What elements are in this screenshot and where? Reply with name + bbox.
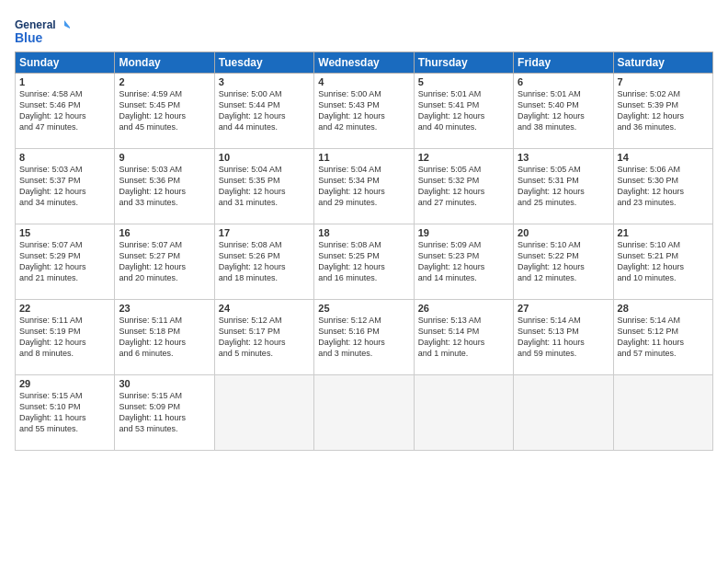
calendar-day-15: 15Sunrise: 5:07 AMSunset: 5:29 PMDayligh… — [16, 224, 115, 300]
calendar-day-6: 6Sunrise: 5:01 AMSunset: 5:40 PMDaylight… — [514, 74, 613, 149]
calendar-week-2: 8Sunrise: 5:03 AMSunset: 5:37 PMDaylight… — [16, 149, 713, 224]
calendar-day-11: 11Sunrise: 5:04 AMSunset: 5:34 PMDayligh… — [314, 149, 414, 224]
calendar-empty — [414, 375, 513, 451]
calendar-empty — [613, 375, 712, 451]
calendar-day-29: 29Sunrise: 5:15 AMSunset: 5:10 PMDayligh… — [16, 375, 115, 451]
calendar-day-2: 2Sunrise: 4:59 AMSunset: 5:45 PMDaylight… — [115, 74, 214, 149]
header: General Blue — [15, 11, 713, 48]
calendar-header-row: SundayMondayTuesdayWednesdayThursdayFrid… — [16, 52, 713, 74]
calendar-day-8: 8Sunrise: 5:03 AMSunset: 5:37 PMDaylight… — [16, 149, 115, 224]
calendar-day-5: 5Sunrise: 5:01 AMSunset: 5:41 PMDaylight… — [414, 74, 513, 149]
calendar-day-12: 12Sunrise: 5:05 AMSunset: 5:32 PMDayligh… — [414, 149, 513, 224]
calendar-week-1: 1Sunrise: 4:58 AMSunset: 5:46 PMDaylight… — [16, 74, 713, 149]
col-header-monday: Monday — [115, 52, 214, 74]
col-header-tuesday: Tuesday — [214, 52, 313, 74]
calendar-table: SundayMondayTuesdayWednesdayThursdayFrid… — [15, 52, 713, 451]
calendar-week-5: 29Sunrise: 5:15 AMSunset: 5:10 PMDayligh… — [16, 375, 713, 451]
page: General Blue SundayMondayTuesdayWednesda… — [0, 0, 728, 563]
calendar-day-9: 9Sunrise: 5:03 AMSunset: 5:36 PMDaylight… — [115, 149, 214, 224]
col-header-sunday: Sunday — [16, 52, 115, 74]
svg-text:Blue: Blue — [15, 30, 43, 45]
calendar-day-28: 28Sunrise: 5:14 AMSunset: 5:12 PMDayligh… — [613, 300, 712, 375]
col-header-saturday: Saturday — [613, 52, 712, 74]
calendar-day-16: 16Sunrise: 5:07 AMSunset: 5:27 PMDayligh… — [115, 224, 214, 300]
logo: General Blue — [15, 15, 70, 48]
calendar-day-14: 14Sunrise: 5:06 AMSunset: 5:30 PMDayligh… — [613, 149, 712, 224]
col-header-friday: Friday — [514, 52, 613, 74]
calendar-day-4: 4Sunrise: 5:00 AMSunset: 5:43 PMDaylight… — [314, 74, 414, 149]
calendar-empty — [514, 375, 613, 451]
calendar-day-3: 3Sunrise: 5:00 AMSunset: 5:44 PMDaylight… — [214, 74, 313, 149]
calendar-day-24: 24Sunrise: 5:12 AMSunset: 5:17 PMDayligh… — [214, 300, 313, 375]
calendar-day-26: 26Sunrise: 5:13 AMSunset: 5:14 PMDayligh… — [414, 300, 513, 375]
calendar-day-17: 17Sunrise: 5:08 AMSunset: 5:26 PMDayligh… — [214, 224, 313, 300]
calendar-day-23: 23Sunrise: 5:11 AMSunset: 5:18 PMDayligh… — [115, 300, 214, 375]
svg-marker-2 — [64, 20, 70, 29]
calendar-week-4: 22Sunrise: 5:11 AMSunset: 5:19 PMDayligh… — [16, 300, 713, 375]
logo-svg: General Blue — [15, 15, 70, 48]
calendar-day-20: 20Sunrise: 5:10 AMSunset: 5:22 PMDayligh… — [514, 224, 613, 300]
calendar-empty — [314, 375, 414, 451]
col-header-wednesday: Wednesday — [314, 52, 414, 74]
calendar-day-7: 7Sunrise: 5:02 AMSunset: 5:39 PMDaylight… — [613, 74, 712, 149]
calendar-empty — [214, 375, 313, 451]
calendar-day-19: 19Sunrise: 5:09 AMSunset: 5:23 PMDayligh… — [414, 224, 513, 300]
calendar-body: 1Sunrise: 4:58 AMSunset: 5:46 PMDaylight… — [16, 74, 713, 451]
calendar-day-22: 22Sunrise: 5:11 AMSunset: 5:19 PMDayligh… — [16, 300, 115, 375]
calendar-day-21: 21Sunrise: 5:10 AMSunset: 5:21 PMDayligh… — [613, 224, 712, 300]
col-header-thursday: Thursday — [414, 52, 513, 74]
calendar-day-10: 10Sunrise: 5:04 AMSunset: 5:35 PMDayligh… — [214, 149, 313, 224]
calendar-week-3: 15Sunrise: 5:07 AMSunset: 5:29 PMDayligh… — [16, 224, 713, 300]
calendar-day-27: 27Sunrise: 5:14 AMSunset: 5:13 PMDayligh… — [514, 300, 613, 375]
calendar-day-30: 30Sunrise: 5:15 AMSunset: 5:09 PMDayligh… — [115, 375, 214, 451]
calendar-day-25: 25Sunrise: 5:12 AMSunset: 5:16 PMDayligh… — [314, 300, 414, 375]
svg-text:General: General — [15, 18, 56, 31]
calendar-day-1: 1Sunrise: 4:58 AMSunset: 5:46 PMDaylight… — [16, 74, 115, 149]
calendar-day-18: 18Sunrise: 5:08 AMSunset: 5:25 PMDayligh… — [314, 224, 414, 300]
calendar-day-13: 13Sunrise: 5:05 AMSunset: 5:31 PMDayligh… — [514, 149, 613, 224]
